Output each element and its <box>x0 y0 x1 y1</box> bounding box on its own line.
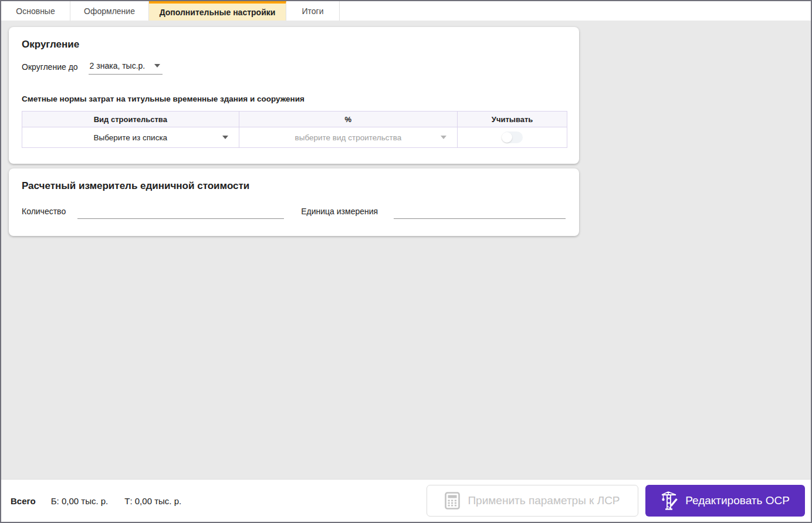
rounding-card: Округление Округление до 2 знака, тыс.р.… <box>9 27 579 164</box>
rounding-label: Округление до <box>22 62 78 75</box>
norms-section-title: Сметные нормы затрат на титульные времен… <box>22 95 566 103</box>
column-header-construction-type: Вид строительства <box>22 112 239 127</box>
tab-bar: Основные Оформление Дополнительные настр… <box>1 1 811 21</box>
rounding-card-title: Округление <box>22 39 566 50</box>
footer-bar: Всего Б: 0,00 тыс. р. Т: 0,00 тыс. р. Пр… <box>1 479 811 522</box>
chevron-down-icon <box>222 136 228 139</box>
base-total-value: Б: 0,00 тыс. р. <box>51 496 109 506</box>
percent-select-placeholder: выберите вид строительства <box>295 133 402 142</box>
settings-window: Основные Оформление Дополнительные настр… <box>0 0 812 523</box>
rounding-select[interactable]: 2 знака, тыс.р. <box>89 61 163 75</box>
rounding-row: Округление до 2 знака, тыс.р. <box>22 61 566 75</box>
total-label: Всего <box>11 496 36 506</box>
calculator-icon <box>445 492 460 509</box>
unit-input[interactable] <box>394 206 566 219</box>
edit-osr-button[interactable]: Редактировать ОСР <box>645 485 805 517</box>
quantity-input[interactable] <box>77 206 284 219</box>
chevron-down-icon <box>154 64 160 68</box>
totals-summary: Всего Б: 0,00 тыс. р. Т: 0,00 тыс. р. <box>11 496 181 506</box>
norms-table-row: Выберите из списка выберите вид строител… <box>22 127 567 148</box>
tab-oformlenie[interactable]: Оформление <box>70 1 149 21</box>
unit-label: Единица измерения <box>301 207 378 219</box>
unit-measure-card: Расчетный измеритель единичной стоимости… <box>9 168 579 236</box>
unit-measure-card-title: Расчетный измеритель единичной стоимости <box>22 180 566 192</box>
tab-dopolnitelnye-nastroyki[interactable]: Дополнительные настройки <box>149 1 286 21</box>
apply-parameters-button-label: Применить параметры к ЛСР <box>468 494 620 507</box>
tab-osnovnye[interactable]: Основные <box>1 1 70 21</box>
unit-measure-row: Количество Единица измерения <box>22 206 566 219</box>
toggle-knob-icon <box>502 132 512 143</box>
norms-table-header-row: Вид строительства % Учитывать <box>22 112 567 127</box>
construction-crane-icon <box>661 491 678 511</box>
column-header-percent: % <box>239 112 458 127</box>
rounding-select-value: 2 знака, тыс.р. <box>90 61 146 70</box>
edit-osr-button-label: Редактировать ОСР <box>685 494 790 507</box>
consider-toggle[interactable] <box>502 131 523 143</box>
apply-parameters-button[interactable]: Применить параметры к ЛСР <box>427 485 638 517</box>
quantity-label: Количество <box>22 207 66 219</box>
construction-type-select[interactable]: Выберите из списка <box>22 127 239 147</box>
construction-type-select-value: Выберите из списка <box>93 133 167 142</box>
current-total-value: Т: 0,00 тыс. р. <box>124 496 181 506</box>
percent-select[interactable]: выберите вид строительства <box>239 127 458 147</box>
chevron-down-icon <box>441 136 446 139</box>
tab-itogi[interactable]: Итоги <box>286 1 340 21</box>
column-header-consider: Учитывать <box>458 112 567 127</box>
norms-table: Вид строительства % Учитывать Выберите и… <box>22 111 567 148</box>
